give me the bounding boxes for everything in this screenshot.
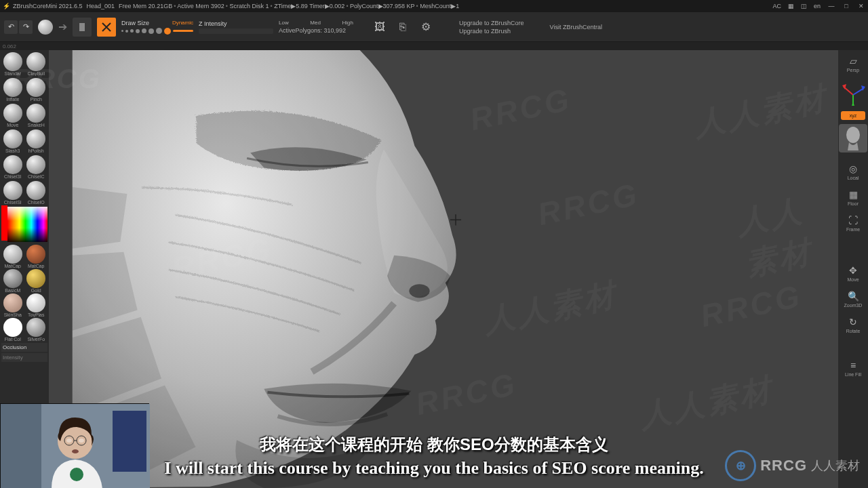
material-silverfoil[interactable]: SilverFo — [25, 318, 48, 342]
z-level-labels: Low Med High — [279, 20, 353, 26]
status-ztime: ZTime▶5.89 Timer▶0.002 — [271, 3, 345, 9]
svg-point-1 — [409, 284, 429, 298]
brush-move[interactable]: Move — [1, 103, 24, 128]
material-toyplastic[interactable]: ToyPlas — [25, 293, 48, 317]
dynamic-label: Dynamic — [172, 20, 193, 26]
rrcg-logo-icon: ⊕ — [725, 450, 756, 481]
draw-size-label: Draw Size — [121, 20, 149, 26]
head-preview-thumbnail[interactable] — [839, 124, 867, 152]
svg-point-19 — [66, 439, 72, 443]
color-picker-row — [1, 205, 47, 243]
frame-button[interactable]: ⛶Frame — [841, 212, 865, 234]
active-polygons: ActivePolygons: 310,992 — [279, 27, 353, 34]
watermark: RRCG — [534, 176, 642, 232]
grid-icon[interactable]: ▦ — [788, 3, 794, 9]
intensity-label[interactable]: Intensity — [1, 353, 47, 362]
draw-size-control[interactable]: Draw SizeDynamic — [121, 20, 193, 35]
watermark: 人人素材 — [733, 183, 838, 285]
minimize-button[interactable]: — — [827, 2, 835, 10]
info-bar: 0.062 — [0, 42, 868, 50]
material-grid: MatCap MatCap BasicM Gold SkinSha ToyPla… — [1, 245, 47, 342]
upgrade-zbrush-link[interactable]: Upgrade to ZBrush — [459, 28, 524, 35]
brush-hpolish[interactable]: hPolish — [25, 129, 48, 154]
status-activemem: Active Mem 3902 — [174, 3, 224, 9]
undo-button[interactable]: ↶ — [4, 20, 18, 34]
brush-snakehook[interactable]: SnakeH — [25, 103, 48, 128]
rrcg-logo: ⊕ RRCG 人人素材 — [725, 450, 860, 481]
svg-marker-13 — [852, 102, 854, 106]
rrcg-logo-text: RRCG — [760, 457, 807, 474]
doc-name: Head_001 — [87, 3, 115, 9]
upgrade-core-link[interactable]: Upgrade to ZBrushCore — [459, 20, 524, 26]
info-value: 0.062 — [3, 43, 16, 49]
material-gold[interactable]: Gold — [25, 269, 48, 293]
rotate-button[interactable]: ↻Rotate — [841, 314, 865, 336]
webcam-overlay — [0, 403, 149, 488]
svg-rect-0 — [79, 23, 85, 31]
material-preview-sphere[interactable] — [38, 20, 53, 35]
floor-button[interactable]: ▦Floor — [841, 186, 865, 208]
svg-rect-16 — [1, 404, 41, 488]
z-intensity-label: Z Intensity — [199, 20, 273, 27]
z-intensity-control[interactable]: Z Intensity — [199, 20, 273, 34]
close-button[interactable]: ✕ — [857, 2, 865, 10]
zoom3d-button[interactable]: 🔍Zoom3D — [841, 288, 865, 310]
history-buttons: ↶ ↷ — [4, 20, 33, 34]
app-name: ZBrushCoreMini 2021.6.5 — [13, 3, 83, 9]
app-logo-icon: ⚡ — [3, 3, 10, 9]
current-color-swatch[interactable] — [1, 205, 7, 241]
material-matcap1[interactable]: MatCap — [1, 245, 24, 268]
arrow-icon: ➔ — [58, 20, 67, 33]
brush-chisel3i[interactable]: Chisel3I — [1, 155, 24, 180]
linefill-button[interactable]: ≡Line Fill — [841, 357, 865, 379]
status-items: Free Mem 20.21GB Active Mem 3902 Scratch… — [119, 3, 459, 9]
lang-label[interactable]: en — [814, 3, 821, 9]
z-intensity-slider[interactable] — [199, 28, 273, 34]
status-polycount: PolyCount▶307.958 KP — [346, 3, 414, 9]
draw-size-dots[interactable] — [121, 28, 193, 35]
material-skin[interactable]: SkinSha — [1, 293, 24, 317]
xyz-button[interactable]: xyz — [841, 111, 865, 120]
status-freemem: Free Mem 20.21GB — [119, 3, 172, 9]
watermark: RRCG — [697, 277, 805, 334]
material-basic[interactable]: BasicM — [1, 269, 24, 293]
viewport-canvas[interactable]: RRCG 人人素材 RRCG 人人素材 人人素材 RRCG RRCG 人人素材 … — [49, 50, 838, 488]
active-brush-icon[interactable] — [97, 18, 116, 37]
status-meshcount: MeshCount▶1 — [416, 3, 460, 9]
image-icon[interactable]: 🖼 — [372, 20, 387, 35]
maximize-button[interactable]: □ — [842, 2, 850, 10]
layout-icon[interactable]: ◫ — [801, 3, 807, 9]
material-matcap2[interactable]: MatCap — [25, 245, 48, 268]
subtitle-chinese: 我将在这个课程的开始 教你SEO分数的基本含义 — [260, 434, 608, 455]
visit-central-link[interactable]: Visit ZBrushCentral — [550, 24, 602, 30]
brush-slash3[interactable]: Slash3 — [1, 129, 24, 154]
brush-chiselo[interactable]: ChiselO — [25, 180, 48, 205]
watermark: 人人素材 — [636, 369, 778, 438]
material-flatcolor[interactable]: Flat Col — [1, 318, 24, 342]
svg-point-24 — [72, 449, 79, 453]
top-toolbar: ↶ ↷ ➔ Draw SizeDynamic Z Intensity Low M… — [0, 12, 868, 42]
brush-chiselc[interactable]: ChiselC — [25, 155, 48, 180]
redo-button[interactable]: ↷ — [19, 20, 33, 34]
export-icon[interactable]: ⎘ — [395, 20, 410, 35]
brush-chiselsi[interactable]: ChiselSI — [1, 180, 24, 205]
watermark-topleft: RRCG — [14, 64, 102, 94]
svg-point-25 — [70, 468, 83, 481]
tool-slot-1[interactable] — [73, 18, 92, 37]
move-button[interactable]: ✥Move — [841, 262, 865, 284]
svg-rect-17 — [113, 411, 146, 472]
persp-button[interactable]: ▱Persp — [841, 53, 865, 75]
local-button[interactable]: ◎Local — [841, 161, 865, 182]
occlusion-label[interactable]: Occlusion — [1, 343, 47, 352]
status-scratch: Scratch Disk 1 — [226, 3, 269, 9]
color-picker[interactable] — [7, 207, 47, 242]
ac-label: AC — [772, 3, 781, 9]
right-nav-panel: ▱Persp xyz ◎Local ▦Floor ⛶Frame ✥Move 🔍Z… — [838, 50, 868, 488]
watermark: 人人素材 — [690, 77, 832, 146]
title-bar: ⚡ ZBrushCoreMini 2021.6.5 Head_001 Free … — [0, 0, 868, 12]
svg-point-14 — [846, 127, 860, 143]
svg-point-20 — [79, 439, 84, 443]
svg-marker-2 — [73, 187, 127, 249]
axis-gizmo[interactable] — [840, 80, 867, 106]
gear-icon[interactable]: ⚙ — [418, 20, 433, 35]
